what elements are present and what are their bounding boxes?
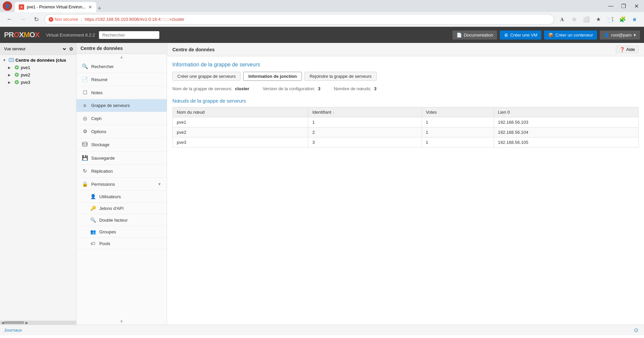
topbar: PROXMOX Virtual Environment 8.2.2 📄 Docu…	[0, 27, 644, 43]
table-row[interactable]: pve2 2 1 192.168.56.104	[173, 127, 639, 137]
tab-title: pve1 - Proxmox Virtual Environ...	[27, 5, 86, 9]
search-icon: 🔍	[82, 63, 88, 69]
cell-votes: 1	[422, 117, 494, 127]
reload-button[interactable]: ↻	[31, 14, 42, 25]
edge-button[interactable]: e	[629, 14, 640, 25]
documentation-button[interactable]: 📄 Documentation	[452, 31, 497, 40]
browser-navbar: ← → ↻ ✕ Non sécurisé | https://192.168.5…	[0, 12, 644, 27]
sauvegarde-icon: 💾	[82, 155, 88, 161]
sidebar-item-options[interactable]: ⚙ Options	[76, 125, 167, 138]
read-mode-button[interactable]: 𝐀	[557, 14, 568, 25]
utilisateurs-label: Utilisateurs	[99, 194, 121, 199]
sidebar-item-permissions[interactable]: 🔒 Permissions ▼	[76, 178, 167, 191]
nodes-table: Nom du nœud Identifiant ↑ Votes Lien 0 p…	[172, 107, 639, 148]
view-selector[interactable]: Vue serveur	[3, 46, 67, 52]
sidebar-item-sauvegarde[interactable]: 💾 Sauvegarde	[76, 152, 167, 165]
sidebar-settings-button[interactable]: ⚙	[69, 46, 73, 52]
options-icon: ⚙	[82, 128, 88, 134]
favorites-button[interactable]: ★	[593, 14, 604, 25]
pve2-node-icon	[14, 72, 19, 77]
create-container-button[interactable]: 📦 Créer un conteneur	[544, 31, 597, 40]
action-bar: Créer une grappe de serveurs Information…	[172, 72, 639, 81]
pve1-node-icon	[14, 65, 19, 70]
user-chevron-icon: ▾	[634, 33, 636, 38]
config-version-item: Version de la configuration: 3	[263, 86, 320, 91]
right-content: Information de la grappe de serveurs Cré…	[167, 56, 644, 325]
user-menu-button[interactable]: 👤 root@pam ▾	[600, 31, 640, 40]
sidebar-item-jetons[interactable]: 🔑 Jetons d'API	[76, 203, 167, 214]
notes-label: Notes	[91, 90, 103, 95]
address-divider: |	[81, 17, 82, 22]
table-row[interactable]: pve3 3 1 192.168.56.105	[173, 137, 639, 148]
middle-panel-header: Centre de données	[76, 43, 167, 54]
cell-id: 1	[308, 117, 422, 127]
jetons-label: Jetons d'API	[99, 206, 124, 211]
middle-scroll-up[interactable]: ▲	[76, 54, 167, 60]
browser-tabs: X pve1 - Proxmox Virtual Environ... ✕ +	[15, 0, 603, 12]
rechercher-label: Rechercher	[91, 64, 114, 69]
sidebar-item-stockage[interactable]: Stockage	[76, 138, 167, 152]
tab-close-icon[interactable]: ✕	[88, 4, 92, 10]
sidebar-item-ceph[interactable]: ◎ Ceph	[76, 112, 167, 125]
tree-item-pve3[interactable]: ▶ pve3	[0, 78, 76, 86]
stockage-label: Stockage	[91, 142, 109, 147]
back-button[interactable]: ←	[4, 14, 15, 25]
help-button[interactable]: ❓ Aide	[616, 46, 639, 53]
tree-item-pve1[interactable]: ▶ pve1	[0, 64, 76, 71]
sidebar-scroll-thumb[interactable]	[4, 321, 24, 324]
middle-scroll-down[interactable]: ▼	[76, 319, 167, 325]
tree-item-datacenter[interactable]: ▼ Centre de données (clus	[0, 56, 76, 64]
table-row[interactable]: pve1 1 1 192.168.56.103	[173, 117, 639, 127]
pve2-label: pve2	[21, 72, 30, 77]
active-tab[interactable]: X pve1 - Proxmox Virtual Environ... ✕	[15, 2, 96, 12]
sidebar-item-resume[interactable]: 📄 Résumé	[76, 73, 167, 86]
bottom-toggle-button[interactable]: ⊙	[632, 326, 640, 334]
join-cluster-button[interactable]: Rejoindre la grappe de serveurs	[305, 72, 377, 81]
scroll-right-button[interactable]: ▶	[25, 321, 28, 325]
user-icon: 👤	[604, 33, 609, 38]
notes-icon: ☐	[82, 90, 88, 96]
sidebar-item-replication[interactable]: ↻ Réplication	[76, 165, 167, 178]
middle-header-label: Centre de données	[80, 46, 123, 51]
join-info-button[interactable]: Information de jonction	[243, 72, 302, 81]
topbar-search-input[interactable]	[99, 31, 159, 39]
sidebar-scrollbar[interactable]: ◀ ▶	[0, 321, 76, 325]
permissions-icon: 🔒	[82, 181, 88, 187]
col-id[interactable]: Identifiant ↑	[308, 107, 422, 117]
version-label: Virtual Environment 8.2.2	[46, 33, 95, 38]
pve3-label: pve3	[21, 80, 30, 85]
sidebar-item-groupes[interactable]: 👥 Groupes	[76, 226, 167, 238]
collections-button[interactable]: 📑	[605, 14, 616, 25]
doc-icon: 📄	[457, 33, 462, 38]
sidebar-item-double-facteur[interactable]: 🔍 Double facteur	[76, 214, 167, 226]
sidebar-item-pools[interactable]: 🏷 Pools	[76, 238, 167, 249]
right-panel-header: Centre de données ❓ Aide	[167, 43, 644, 56]
maximize-button[interactable]: ❐	[619, 1, 629, 11]
journaux-label[interactable]: Journaux	[4, 328, 22, 333]
sidebar-item-grappe[interactable]: ≡ Grappe de serveurs	[76, 99, 167, 112]
tree-item-pve2[interactable]: ▶ pve2	[0, 71, 76, 78]
minimize-button[interactable]: —	[606, 1, 616, 11]
node-count-label: Nombre de nœuds:	[334, 86, 371, 91]
sidebar-item-utilisateurs[interactable]: 👤 Utilisateurs	[76, 191, 167, 203]
close-button[interactable]: ✕	[631, 1, 641, 11]
forward-button[interactable]: →	[17, 14, 28, 25]
bookmark-button[interactable]: ☆	[569, 14, 580, 25]
sidebar-item-rechercher[interactable]: 🔍 Rechercher	[76, 60, 167, 73]
create-cluster-button[interactable]: Créer une grappe de serveurs	[172, 72, 240, 81]
create-vm-button[interactable]: 🖥 Créer une VM	[500, 31, 541, 40]
address-bar[interactable]: ✕ Non sécurisé | https://192.168.56.103:…	[44, 14, 554, 25]
nav-list: 🔍 Rechercher 📄 Résumé ☐ Notes	[76, 60, 167, 319]
cell-link0: 192.168.56.105	[494, 137, 638, 148]
extensions-button[interactable]: 🧩	[617, 14, 628, 25]
jetons-icon: 🔑	[90, 206, 96, 211]
pools-icon: 🏷	[90, 241, 96, 246]
replication-label: Réplication	[91, 169, 113, 174]
col-link0: Lien 0	[494, 107, 638, 117]
split-button[interactable]: ⬜	[581, 14, 592, 25]
sidebar-item-notes[interactable]: ☐ Notes	[76, 86, 167, 99]
scroll-left-button[interactable]: ◀	[1, 321, 4, 325]
stockage-icon	[82, 142, 88, 148]
new-tab-button[interactable]: +	[98, 5, 101, 12]
create-vm-label: Créer une VM	[510, 33, 537, 38]
